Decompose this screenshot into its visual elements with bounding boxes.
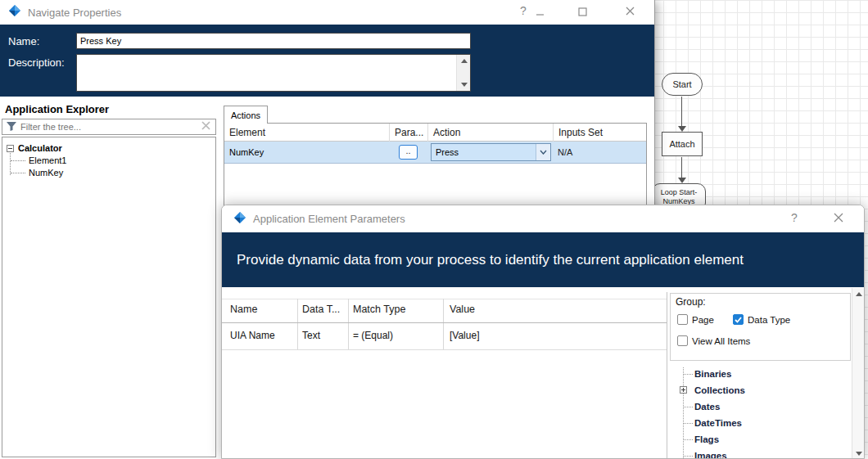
flow-node-start-label: Start <box>672 79 691 89</box>
tree-connector <box>683 407 693 407</box>
group-panel: Group: Page Data Type View All Items <box>670 293 851 361</box>
tree-item-collections[interactable]: Collections <box>694 385 745 395</box>
dialog-title: Application Element Parameters <box>253 213 405 225</box>
table-header-border <box>222 322 667 323</box>
tree-item-binaries[interactable]: Binaries <box>694 369 731 379</box>
checkbox-icon[interactable] <box>677 335 688 346</box>
application-explorer-tree[interactable]: Calculator Element1 NumKey <box>2 137 216 457</box>
tree-connector <box>683 367 684 459</box>
param-row-value[interactable]: [Value] <box>450 330 479 341</box>
tree-item-numkey[interactable]: NumKey <box>29 168 63 178</box>
group-label: Group: <box>676 296 706 308</box>
dialog-banner: Provide dynamic data from your process t… <box>222 232 864 287</box>
tree-item-dates[interactable]: Dates <box>694 402 720 412</box>
tree-connector <box>10 153 11 175</box>
group-panel-scrollbar[interactable] <box>852 288 865 459</box>
banner-text: Provide dynamic data from your process t… <box>237 252 744 268</box>
tree-filter-input[interactable] <box>20 122 201 132</box>
checkbox-page[interactable]: Page <box>677 314 714 325</box>
expand-expander-icon[interactable] <box>680 386 687 394</box>
action-dropdown-value: Press <box>436 147 459 157</box>
table-row-border <box>222 349 667 350</box>
flow-arrowhead <box>678 126 686 132</box>
application-explorer-heading: Application Explorer <box>5 103 109 115</box>
arrow-up-icon <box>856 292 862 296</box>
column-header-action[interactable]: Action <box>428 124 554 142</box>
tree-item-images[interactable]: Images <box>694 451 727 459</box>
tree-item-calculator[interactable]: Calculator <box>18 143 62 153</box>
window-title: Navigate Properties <box>28 7 121 19</box>
element-parameters-button[interactable]: .. <box>399 145 418 160</box>
properties-header-panel: Name: Description: <box>0 25 654 97</box>
column-separator <box>348 299 349 349</box>
description-input[interactable] <box>77 55 455 91</box>
param-row-data-type[interactable]: Text <box>302 330 320 341</box>
dialog-titlebar[interactable]: Application Element Parameters <box>222 205 864 232</box>
scroll-down-button[interactable] <box>852 448 865 459</box>
column-header-inputs-set[interactable]: Inputs Set <box>554 124 646 142</box>
scroll-up-button[interactable] <box>457 55 471 67</box>
chevron-down-icon[interactable] <box>536 144 550 160</box>
checkbox-view-all-label: View All Items <box>692 336 750 346</box>
name-input[interactable] <box>76 33 471 49</box>
data-items-tree[interactable]: Binaries Collections Dates DateTimes Fla… <box>670 367 851 459</box>
scroll-up-button[interactable] <box>852 288 865 300</box>
close-button[interactable] <box>831 210 846 225</box>
row-inputs-set-cell: N/A <box>558 147 572 157</box>
column-header-match-type[interactable]: Match Type <box>353 304 405 315</box>
flow-connector <box>681 157 682 178</box>
checkbox-view-all-items[interactable]: View All Items <box>677 335 750 346</box>
arrow-up-icon <box>461 59 468 63</box>
help-button[interactable]: ? <box>516 3 531 18</box>
navigate-properties-titlebar[interactable]: Navigate Properties <box>0 0 654 25</box>
column-header-parameters[interactable]: Para... <box>390 124 428 142</box>
checkbox-data-type[interactable]: Data Type <box>733 314 790 325</box>
maximize-button[interactable] <box>575 4 590 19</box>
minimize-button[interactable] <box>532 4 547 19</box>
tree-filter-box[interactable] <box>2 119 216 135</box>
description-scrollbar[interactable] <box>456 55 470 91</box>
flow-node-start[interactable]: Start <box>662 73 703 96</box>
close-button[interactable] <box>622 3 637 18</box>
column-separator <box>297 299 298 349</box>
column-header-data-type[interactable]: Data T... <box>302 304 340 315</box>
tree-item-flags[interactable]: Flags <box>694 434 719 444</box>
table-border <box>222 299 667 299</box>
description-label: Description: <box>8 56 65 69</box>
tree-item-datetimes[interactable]: DateTimes <box>694 418 742 428</box>
collapse-expander-icon[interactable] <box>7 145 14 152</box>
name-label: Name: <box>8 35 39 47</box>
flow-node-loop-label-line1: Loop Start- <box>661 188 698 197</box>
tree-item-element1[interactable]: Element1 <box>29 155 66 165</box>
flow-connector <box>681 97 682 126</box>
panel-divider <box>667 292 667 459</box>
tree-connector <box>683 456 693 457</box>
filter-funnel-icon <box>7 119 16 134</box>
column-header-name[interactable]: Name <box>230 304 257 315</box>
param-row-name[interactable]: UIA Name <box>230 330 275 341</box>
checkbox-checked-icon[interactable] <box>733 314 744 325</box>
param-row-match-type[interactable]: = (Equal) <box>353 330 393 341</box>
tab-actions[interactable]: Actions <box>224 106 268 124</box>
scroll-down-button[interactable] <box>457 79 471 91</box>
tree-connector <box>11 160 25 161</box>
arrow-down-icon <box>461 83 468 87</box>
column-header-value[interactable]: Value <box>450 304 475 315</box>
tree-connector <box>683 439 693 440</box>
filter-clear-icon[interactable] <box>201 119 211 134</box>
description-field <box>76 54 471 92</box>
checkbox-data-type-label: Data Type <box>748 315 790 325</box>
help-button[interactable]: ? <box>787 210 802 225</box>
flow-arrowhead <box>678 178 686 183</box>
column-separator <box>443 299 444 349</box>
blueprism-logo-icon <box>233 211 246 227</box>
action-dropdown[interactable]: Press <box>431 143 551 161</box>
arrow-down-icon <box>856 452 862 456</box>
tree-connector <box>683 423 693 424</box>
column-header-element[interactable]: Element <box>224 124 390 142</box>
actions-table-header: Element Para... Action Inputs Set <box>224 124 646 142</box>
screen: Start Attach Loop Start- NumKeys Navigat… <box>0 0 868 459</box>
table-row[interactable]: NumKey .. Press N/A <box>224 142 646 164</box>
checkbox-icon[interactable] <box>677 314 688 325</box>
flow-node-attach[interactable]: Attach <box>662 132 703 156</box>
